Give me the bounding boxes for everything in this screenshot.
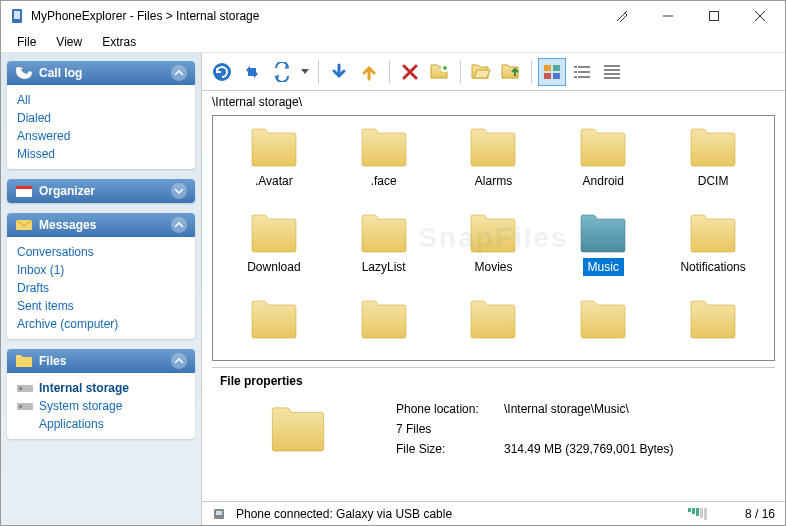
menu-extras[interactable]: Extras	[92, 33, 146, 51]
folder-item[interactable]: Movies	[443, 212, 545, 278]
properties-title: File properties	[220, 374, 767, 388]
sync-settings-button[interactable]	[268, 58, 296, 86]
drive-icon	[17, 400, 33, 412]
maximize-button[interactable]	[691, 2, 737, 30]
sync-button[interactable]	[238, 58, 266, 86]
folder-label	[488, 344, 498, 348]
minimize-button[interactable]	[645, 2, 691, 30]
folder-up-button[interactable]	[497, 58, 525, 86]
folder-item[interactable]: .Avatar	[223, 126, 325, 192]
menu-view[interactable]: View	[46, 33, 92, 51]
calllog-all[interactable]: All	[17, 91, 185, 109]
path-bar: \Internal storage\	[202, 91, 785, 113]
sync-dropdown[interactable]	[298, 58, 312, 86]
svg-rect-19	[544, 73, 551, 79]
folder-label: Notifications	[675, 258, 750, 276]
folder-item[interactable]: LazyList	[333, 212, 435, 278]
folder-icon	[469, 128, 517, 168]
folder-item[interactable]	[443, 298, 545, 350]
calllog-missed[interactable]: Missed	[17, 145, 185, 163]
folder-item[interactable]	[662, 298, 764, 350]
close-button[interactable]	[737, 2, 783, 30]
panel-title: Call log	[39, 66, 82, 80]
prop-size-label: File Size:	[396, 442, 496, 456]
messages-drafts[interactable]: Drafts	[17, 279, 185, 297]
messages-sent[interactable]: Sent items	[17, 297, 185, 315]
toolbar	[202, 53, 785, 91]
envelope-icon	[15, 218, 33, 232]
refresh-button[interactable]	[208, 58, 236, 86]
svg-rect-18	[553, 65, 560, 71]
folder-label: Music	[583, 258, 624, 276]
chevron-up-icon[interactable]	[171, 353, 187, 369]
panel-organizer: Organizer	[7, 179, 195, 203]
chevron-up-icon[interactable]	[171, 65, 187, 81]
open-folder-button[interactable]	[467, 58, 495, 86]
svg-point-8	[19, 184, 21, 186]
chevron-up-icon[interactable]	[171, 217, 187, 233]
calllog-answered[interactable]: Answered	[17, 127, 185, 145]
delete-button[interactable]	[396, 58, 424, 86]
panel-body-files: Internal storage System storage Applicat…	[7, 373, 195, 439]
files-applications[interactable]: Applications	[39, 415, 104, 433]
chevron-down-icon[interactable]	[171, 183, 187, 199]
svg-rect-1	[14, 11, 20, 19]
files-system[interactable]: System storage	[39, 397, 122, 415]
folder-label	[598, 344, 608, 348]
folder-item[interactable]: DCIM	[662, 126, 764, 192]
folder-item[interactable]: .face	[333, 126, 435, 192]
folder-item[interactable]: Alarms	[443, 126, 545, 192]
panel-head-organizer[interactable]: Organizer	[7, 179, 195, 203]
view-list-button[interactable]	[568, 58, 596, 86]
new-folder-button[interactable]	[426, 58, 454, 86]
prop-location-value: \Internal storage\Music\	[504, 402, 629, 416]
view-details-button[interactable]	[598, 58, 626, 86]
folder-item[interactable]	[223, 298, 325, 350]
download-button[interactable]	[325, 58, 353, 86]
folder-icon	[469, 214, 517, 254]
folder-item[interactable]: Android	[552, 126, 654, 192]
calllog-dialed[interactable]: Dialed	[17, 109, 185, 127]
folder-icon	[689, 214, 737, 254]
folder-icon	[15, 354, 33, 368]
svg-rect-26	[578, 76, 590, 78]
folder-item[interactable]: Music	[552, 212, 654, 278]
svg-rect-17	[544, 65, 551, 71]
messages-archive[interactable]: Archive (computer)	[17, 315, 185, 333]
folder-icon	[360, 128, 408, 168]
panel-body-messages: Conversations Inbox (1) Drafts Sent item…	[7, 237, 195, 339]
folder-item[interactable]: Notifications	[662, 212, 764, 278]
window-title: MyPhoneExplorer - Files > Internal stora…	[31, 9, 599, 23]
svg-rect-22	[578, 66, 590, 68]
edit-window-icon[interactable]	[599, 2, 645, 30]
folder-icon	[250, 300, 298, 340]
upload-button[interactable]	[355, 58, 383, 86]
panel-head-calllog[interactable]: Call log	[7, 61, 195, 85]
folder-icon	[579, 128, 627, 168]
messages-inbox[interactable]: Inbox (1)	[17, 261, 185, 279]
svg-rect-28	[604, 69, 620, 71]
messages-conversations[interactable]: Conversations	[17, 243, 185, 261]
panel-head-messages[interactable]: Messages	[7, 213, 195, 237]
files-internal[interactable]: Internal storage	[39, 379, 129, 397]
folder-icon	[689, 300, 737, 340]
phone-icon	[15, 66, 33, 80]
folder-label: Android	[578, 172, 629, 190]
prop-location-label: Phone location:	[396, 402, 496, 416]
panel-title: Files	[39, 354, 66, 368]
folder-label: LazyList	[357, 258, 411, 276]
file-list[interactable]: SnapFiles .Avatar.faceAlarmsAndroidDCIMD…	[212, 115, 775, 361]
view-icons-button[interactable]	[538, 58, 566, 86]
folder-icon	[469, 300, 517, 340]
folder-item[interactable]	[333, 298, 435, 350]
svg-rect-27	[604, 65, 620, 67]
folder-item[interactable]	[552, 298, 654, 350]
phone-icon	[212, 508, 230, 520]
folder-item[interactable]: Download	[223, 212, 325, 278]
file-properties-panel: File properties Phone location:\Internal…	[212, 367, 775, 497]
separator	[460, 60, 461, 84]
menu-file[interactable]: File	[7, 33, 46, 51]
prop-files-count: 7 Files	[396, 422, 431, 436]
svg-rect-24	[578, 71, 590, 73]
panel-head-files[interactable]: Files	[7, 349, 195, 373]
